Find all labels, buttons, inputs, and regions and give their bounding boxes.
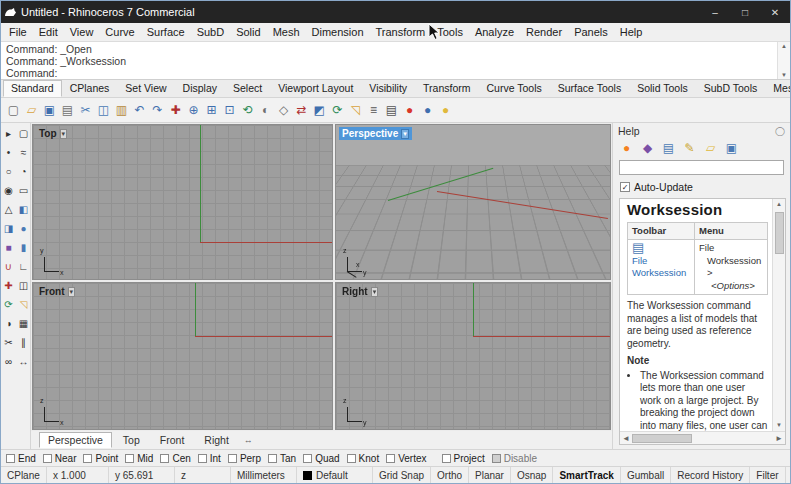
viewport-tab-new-icon[interactable]: ↔ <box>244 435 253 445</box>
toolbar-tab[interactable]: Select <box>225 80 270 97</box>
toolbar-tab[interactable]: Surface Tools <box>550 80 629 97</box>
toolbar-tab[interactable]: Standard <box>3 80 62 97</box>
fillet-icon[interactable]: ∟ <box>17 260 30 273</box>
copy-object-icon[interactable]: ◩ <box>311 102 328 119</box>
menu-item[interactable]: SubD <box>191 26 231 38</box>
menu-item[interactable]: Surface <box>141 26 191 38</box>
checkbox[interactable] <box>6 454 15 463</box>
menu-item[interactable]: Dimension <box>306 26 370 38</box>
render-ball-blue-icon[interactable]: ● <box>419 102 436 119</box>
viewport-top-label[interactable]: Top ▾ <box>36 127 70 140</box>
zoom-window-icon[interactable]: ⊞ <box>203 102 220 119</box>
checkbox[interactable] <box>228 454 237 463</box>
scroll-down-icon[interactable]: ▼ <box>776 420 782 431</box>
viewport-right[interactable]: Right ▾ z y <box>335 282 611 430</box>
menu-item[interactable]: Mesh <box>267 26 306 38</box>
scrollbar-thumb[interactable] <box>632 434 692 443</box>
dimension-icon[interactable]: ↔ <box>17 355 30 368</box>
osnap-checkbox[interactable]: Mid <box>125 453 153 464</box>
status-cplane[interactable]: CPlane <box>1 467 47 483</box>
checkbox[interactable] <box>347 454 356 463</box>
status-toggle[interactable]: SmartTrack <box>553 467 620 483</box>
chevron-down-icon[interactable]: ▾ <box>371 287 379 297</box>
menu-item[interactable]: Edit <box>33 26 64 38</box>
checkbox[interactable] <box>83 454 92 463</box>
selection-filter-icon[interactable]: ▢ <box>17 127 30 140</box>
array-icon[interactable]: ▦ <box>17 317 30 330</box>
osnap-checkbox[interactable]: Vertex <box>386 453 426 464</box>
menu-item[interactable]: Transform <box>370 26 432 38</box>
osnap-checkbox[interactable]: Point <box>83 453 118 464</box>
open-file-icon[interactable]: ▱ <box>23 102 40 119</box>
auto-update-checkbox[interactable]: ✓ Auto-Update <box>613 178 790 196</box>
status-toggle[interactable]: Gumball <box>621 467 671 483</box>
status-toggle[interactable]: Ortho <box>431 467 469 483</box>
help-horizontal-scrollbar[interactable]: ◄ ► <box>620 431 785 444</box>
menu-item[interactable]: Curve <box>99 26 140 38</box>
viewport-perspective-label[interactable]: Perspective ▾ <box>339 127 412 140</box>
new-file-icon[interactable]: ▢ <box>5 102 22 119</box>
status-toggle[interactable]: Osnap <box>511 467 553 483</box>
status-toggle[interactable]: Record History <box>671 467 750 483</box>
scroll-up-icon[interactable]: ▲ <box>776 199 782 210</box>
scale-icon[interactable]: ◹ <box>347 102 364 119</box>
rotate-icon[interactable]: ⟳ <box>329 102 346 119</box>
checkbox[interactable] <box>303 454 312 463</box>
cut-icon[interactable]: ✂ <box>77 102 94 119</box>
menu-item[interactable]: Help <box>614 26 649 38</box>
properties-icon[interactable]: ▤ <box>383 102 400 119</box>
zoom-dynamic-icon[interactable]: ⊕ <box>185 102 202 119</box>
maximize-button[interactable]: □ <box>730 1 760 23</box>
status-units[interactable]: Millimeters <box>231 467 297 483</box>
scroll-down-icon[interactable]: ▼ <box>781 71 787 79</box>
render-ball-yellow-icon[interactable]: ● <box>437 102 454 119</box>
osnap-checkbox[interactable]: Tan <box>268 453 296 464</box>
trim-icon[interactable]: ✂ <box>2 336 15 349</box>
checkbox[interactable] <box>43 454 52 463</box>
toolbar-tab[interactable]: Set View <box>117 80 174 97</box>
shaded-view-icon[interactable]: ◐ <box>257 102 274 119</box>
toolbar-tab[interactable]: Transform <box>415 80 478 97</box>
help-search-input[interactable] <box>619 160 784 175</box>
split-icon[interactable]: ∥ <box>17 336 30 349</box>
file-worksession-link[interactable]: File Worksession <box>632 255 686 279</box>
menu-item[interactable]: Tools <box>431 26 469 38</box>
book-icon[interactable]: ▤ <box>661 141 676 156</box>
pan-icon[interactable]: ✚ <box>167 102 184 119</box>
bookmark-icon[interactable]: ◆ <box>640 141 655 156</box>
osnap-checkbox[interactable]: Int <box>198 453 221 464</box>
zoom-extents-icon[interactable]: ⊡ <box>221 102 238 119</box>
pencil-icon[interactable]: ✎ <box>682 141 697 156</box>
viewport-tab[interactable]: Perspective <box>39 432 112 448</box>
viewport-top[interactable]: Top ▾ y x <box>32 124 333 280</box>
toolbar-tab[interactable]: Viewport Layout <box>270 80 361 97</box>
close-button[interactable]: ✕ <box>760 1 790 23</box>
circle-icon[interactable]: ○ <box>2 165 15 178</box>
viewport-front[interactable]: Front ▾ z x <box>32 282 333 430</box>
osnap-checkbox[interactable]: Disable <box>492 453 537 464</box>
checkbox[interactable] <box>492 454 501 463</box>
toolbar-tab[interactable]: Visibility <box>361 80 415 97</box>
ellipse-icon[interactable]: ◉ <box>2 184 15 197</box>
toolbar-tab[interactable]: CPlanes <box>62 80 118 97</box>
cylinder-icon[interactable]: ▮ <box>17 241 30 254</box>
viewport-right-label[interactable]: Right ▾ <box>339 285 381 298</box>
command-prompt[interactable]: Command: <box>6 67 772 79</box>
toolbar-tab[interactable]: SubD Tools <box>696 80 766 97</box>
checkbox-checked[interactable]: ✓ <box>620 182 630 192</box>
polygon-icon[interactable]: △ <box>2 203 15 216</box>
rotate-tool-icon[interactable]: ⟳ <box>2 298 15 311</box>
status-toggle[interactable]: Planar <box>469 467 511 483</box>
command-scrollbar[interactable]: ▲ ▼ <box>777 42 790 79</box>
osnap-checkbox[interactable]: Quad <box>303 453 339 464</box>
copy-tool-icon[interactable]: ◫ <box>17 279 30 292</box>
osnap-checkbox[interactable]: Near <box>43 453 77 464</box>
menu-item[interactable]: View <box>64 26 100 38</box>
menu-item[interactable]: Analyze <box>469 26 520 38</box>
status-toggle[interactable]: Minutes from la <box>786 467 790 483</box>
checkbox[interactable] <box>386 454 395 463</box>
status-layer[interactable]: Default <box>297 467 373 483</box>
help-vertical-scrollbar[interactable]: ▲ ▼ <box>772 199 785 431</box>
scroll-up-icon[interactable]: ▲ <box>781 42 787 50</box>
menu-item[interactable]: Panels <box>568 26 614 38</box>
